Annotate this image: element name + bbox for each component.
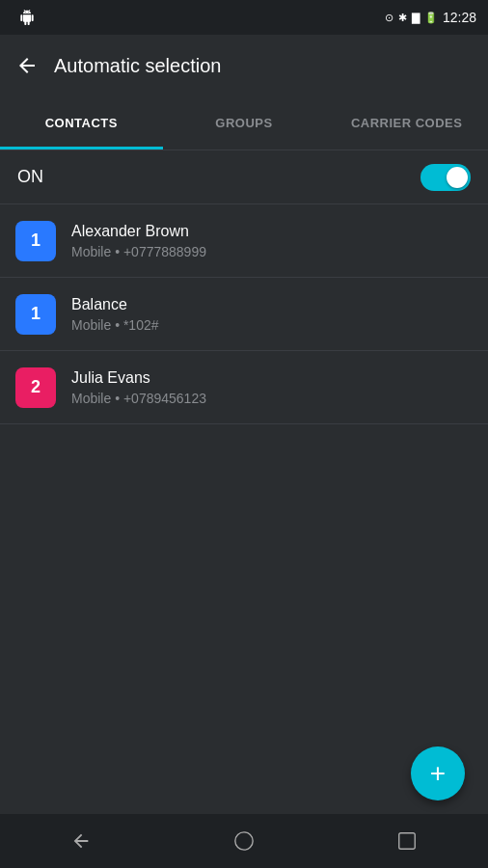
contact-info: Alexander Brown Mobile • +0777888999	[71, 223, 206, 259]
app-bar: Automatic selection	[0, 35, 488, 96]
contact-info: Balance Mobile • *102#	[71, 296, 159, 333]
toggle-label: ON	[17, 167, 43, 187]
avatar: 1	[15, 294, 56, 335]
wifi-icon: ⊙	[385, 12, 393, 24]
svg-rect-1	[398, 833, 415, 850]
avatar: 1	[15, 221, 56, 261]
add-contact-fab[interactable]: +	[411, 746, 465, 800]
contact-item[interactable]: 2 Julia Evans Mobile • +0789456123	[0, 351, 488, 424]
add-icon: +	[430, 760, 446, 787]
toggle-row: ON	[0, 150, 488, 204]
status-bar-left	[12, 10, 379, 25]
svg-point-0	[235, 832, 253, 850]
status-time: 12:28	[443, 10, 476, 25]
bottom-navigation	[0, 814, 488, 868]
contact-detail: Mobile • +0777888999	[71, 244, 206, 259]
contact-list: 1 Alexander Brown Mobile • +0777888999 1…	[0, 204, 488, 424]
contact-detail: Mobile • *102#	[71, 317, 159, 333]
status-icons: ⊙ ✱ ▇ 🔋 12:28	[385, 10, 476, 25]
android-icon	[19, 10, 35, 25]
battery-icon: 🔋	[424, 12, 438, 24]
avatar: 2	[15, 367, 56, 408]
contact-item[interactable]: 1 Balance Mobile • *102#	[0, 278, 488, 351]
contact-name: Balance	[71, 296, 159, 313]
tab-carrier-codes[interactable]: CARRIER CODES	[325, 96, 488, 149]
app-bar-title: Automatic selection	[54, 55, 221, 77]
on-toggle[interactable]	[420, 164, 471, 191]
back-button[interactable]	[15, 54, 39, 77]
nav-recent-button[interactable]	[396, 830, 418, 852]
nav-back-button[interactable]	[70, 830, 92, 852]
contact-name: Alexander Brown	[71, 223, 206, 240]
bluetooth-icon: ✱	[398, 12, 407, 24]
nav-home-button[interactable]	[233, 830, 255, 852]
contact-detail: Mobile • +0789456123	[71, 391, 206, 406]
contact-info: Julia Evans Mobile • +0789456123	[71, 369, 206, 406]
signal-icon: ▇	[412, 12, 420, 24]
contact-name: Julia Evans	[71, 369, 206, 387]
tab-groups[interactable]: GROUPS	[163, 96, 326, 149]
tab-contacts[interactable]: CONTACTS	[0, 96, 163, 149]
contact-item[interactable]: 1 Alexander Brown Mobile • +0777888999	[0, 204, 488, 278]
status-bar: ⊙ ✱ ▇ 🔋 12:28	[0, 0, 488, 35]
toggle-knob	[447, 167, 468, 188]
tabs-bar: CONTACTS GROUPS CARRIER CODES	[0, 96, 488, 150]
